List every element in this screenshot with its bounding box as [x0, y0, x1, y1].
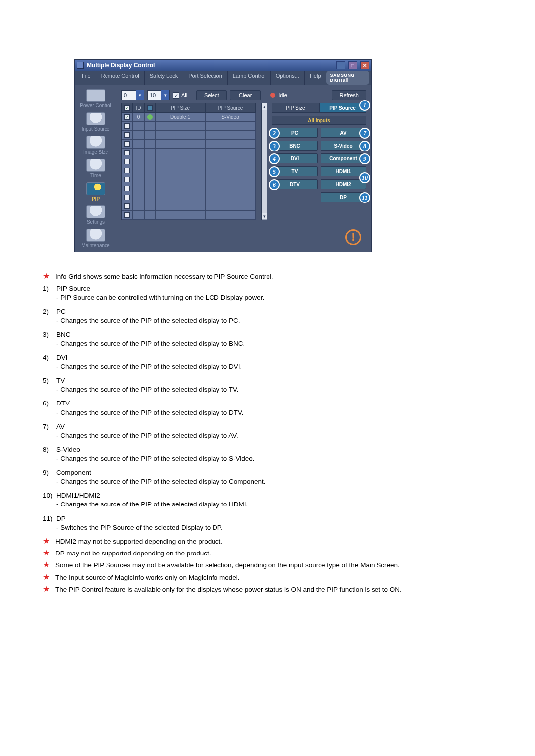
col-pip-source: PIP Source [206, 103, 256, 112]
note: ★The PIP Control feature is available on… [43, 585, 492, 594]
note-intro: ★ Info Grid shows some basic information… [43, 272, 492, 281]
doc-body: ★ Info Grid shows some basic information… [43, 272, 492, 594]
star-icon: ★ [43, 585, 51, 594]
note: ★DP may not be supported depending on th… [43, 549, 492, 558]
maintenance-icon [86, 229, 105, 242]
sidebar-item-image-size[interactable]: Image Size [77, 135, 114, 156]
indicator-icon [147, 105, 153, 111]
info-grid: ID PIP Size PIP Source 0 Double 1 S-Vide… [121, 103, 256, 220]
table-row [122, 175, 256, 184]
settings-icon [86, 205, 105, 218]
list-item: 8)S-Video- Changes the source of the PIP… [43, 445, 492, 463]
table-row [122, 149, 256, 157]
list-item: 2)PC- Changes the source of the PIP of t… [43, 307, 492, 325]
callout-10: 10 [359, 172, 370, 183]
table-row [122, 140, 256, 149]
image-size-icon [86, 136, 105, 149]
tab-pip-size[interactable]: PIP Size [272, 103, 319, 113]
table-row [122, 131, 256, 140]
list-item: 9)Component- Changes the source of the P… [43, 468, 492, 486]
table-row [122, 202, 256, 211]
clear-button[interactable]: Clear [230, 90, 261, 100]
callout-9: 9 [359, 153, 370, 164]
all-checkbox[interactable]: ✓All [173, 92, 187, 99]
maximize-button[interactable]: □ [348, 61, 357, 69]
star-icon: ★ [43, 272, 51, 281]
row-checkbox[interactable] [124, 114, 130, 120]
minimize-button[interactable]: _ [336, 61, 345, 69]
table-row [122, 157, 256, 166]
note: ★HDMI2 may not be supported depending on… [43, 537, 492, 546]
all-inputs-header: All Inputs [272, 116, 366, 125]
table-row [122, 166, 256, 175]
menu-port-selection[interactable]: Port Selection [183, 71, 227, 85]
menu-lamp-control[interactable]: Lamp Control [228, 71, 271, 85]
callout-7: 7 [359, 128, 370, 139]
table-row [122, 122, 256, 131]
list-item: 7)AV- Changes the source of the PIP of t… [43, 422, 492, 440]
menu-safety-lock[interactable]: Safety Lock [145, 71, 183, 85]
hdmi1-button[interactable]: HDMI1 [321, 166, 366, 176]
callout-4: 4 [269, 153, 280, 164]
star-icon: ★ [43, 561, 51, 570]
status-indicator-icon [147, 114, 153, 120]
refresh-button[interactable]: Refresh [332, 90, 366, 100]
menu-help[interactable]: Help [305, 71, 326, 85]
callout-11: 11 [359, 192, 370, 203]
grid-scrollbar[interactable]: ▴ ▾ [261, 103, 267, 220]
from-select[interactable]: 0▾ [121, 90, 144, 100]
idle-status: Idle [270, 92, 287, 98]
hdmi2-button[interactable]: HDMI2 [321, 179, 366, 189]
callout-1: 1 [359, 100, 370, 111]
star-icon: ★ [43, 537, 51, 546]
brand-badge: SAMSUNG DIGITall [326, 71, 370, 85]
menubar: File Remote Control Safety Lock Port Sel… [75, 71, 371, 85]
list-item: 5)TV- Changes the source of the PIP of t… [43, 376, 492, 394]
sidebar-item-maintenance[interactable]: Maintenance [77, 228, 114, 249]
table-row [122, 193, 256, 202]
list-item: 11)DP- Switches the PIP Source of the se… [43, 514, 492, 532]
menu-remote-control[interactable]: Remote Control [96, 71, 145, 85]
pip-icon [86, 182, 105, 195]
list-item: 6)DTV- Changes the source of the PIP of … [43, 399, 492, 417]
close-button[interactable]: ✕ [360, 61, 369, 69]
sidebar-item-settings[interactable]: Settings [77, 204, 114, 226]
note: ★The Input source of MagicInfo works onl… [43, 573, 492, 582]
sidebar: Power Control Input Source Image Size Ti… [75, 85, 116, 252]
select-button[interactable]: Select [196, 90, 227, 100]
power-icon [86, 89, 105, 102]
sidebar-item-pip[interactable]: PIP [77, 181, 114, 202]
sidebar-item-power-control[interactable]: Power Control [77, 88, 114, 109]
sidebar-item-input-source[interactable]: Input Source [77, 111, 114, 133]
table-row [122, 211, 256, 220]
callout-6: 6 [269, 179, 280, 190]
star-icon: ★ [43, 549, 51, 558]
app-icon [77, 62, 84, 69]
list-item: 10)HDMI1/HDMI2- Changes the source of th… [43, 491, 492, 509]
sidebar-item-time[interactable]: Time [77, 158, 114, 179]
window-title: Multiple Display Control [87, 62, 155, 69]
table-row [122, 184, 256, 193]
app-window: Multiple Display Control _ □ ✕ File Remo… [74, 59, 372, 252]
chevron-down-icon: ▾ [161, 90, 169, 100]
to-select[interactable]: 10▾ [147, 90, 170, 100]
callout-5: 5 [269, 166, 280, 177]
status-dot-icon [270, 93, 275, 98]
warning-icon: ! [345, 229, 361, 245]
titlebar: Multiple Display Control _ □ ✕ [75, 60, 371, 71]
chevron-down-icon: ▾ [136, 90, 144, 100]
right-panel: PIP Size PIP Source All Inputs PC BNC DV… [272, 103, 366, 220]
table-row[interactable]: 0 Double 1 S-Video [122, 113, 256, 122]
scroll-down-icon[interactable]: ▾ [262, 213, 267, 220]
checkbox-icon[interactable] [124, 105, 130, 111]
star-icon: ★ [43, 573, 51, 582]
list-item: 3)BNC- Changes the source of the PIP of … [43, 330, 492, 348]
callout-2: 2 [269, 128, 280, 139]
callout-3: 3 [269, 141, 280, 151]
scroll-up-icon[interactable]: ▴ [262, 103, 267, 110]
note: ★Some of the PIP Sources may not be avai… [43, 561, 492, 570]
menu-file[interactable]: File [77, 71, 96, 85]
input-icon [86, 112, 105, 125]
menu-options[interactable]: Options... [271, 71, 305, 85]
col-pip-size: PIP Size [156, 103, 206, 112]
